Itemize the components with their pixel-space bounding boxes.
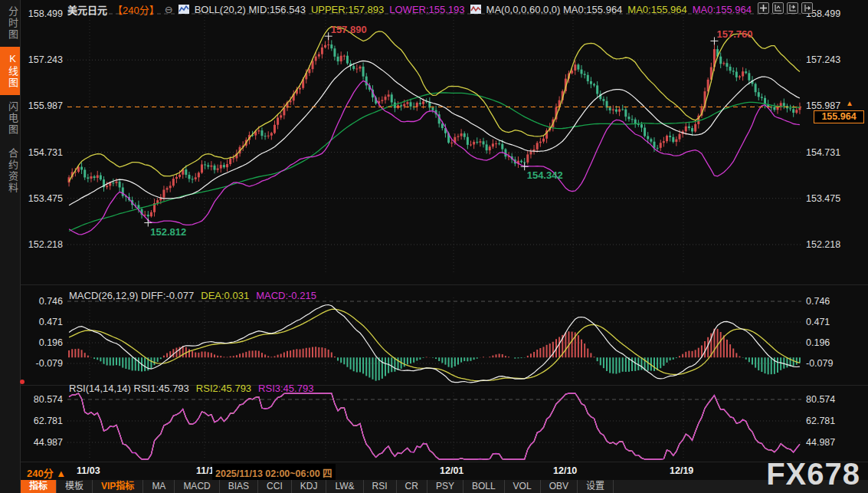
axis-label-left: 0.471 (18, 317, 63, 327)
chart-canvas[interactable] (0, 0, 868, 493)
rsi3-value: RSI3:45.793 (258, 383, 313, 394)
boll-indicator-icon[interactable] (179, 5, 189, 14)
fx678-watermark: FX678 (766, 457, 860, 491)
rsi1-line (69, 393, 800, 459)
axis-label-right: 0.196 (806, 337, 860, 348)
toolbar-item-模板[interactable]: 模板 (57, 480, 93, 493)
crosshair-icon[interactable] (758, 2, 769, 14)
time-label: 12/10 (553, 465, 577, 476)
low-price-annotation: 152.812 (150, 226, 186, 238)
toolbar-item-MA[interactable]: MA (143, 480, 175, 493)
period-label[interactable]: 【240分】 (113, 2, 159, 17)
time-label: 12/19 (670, 465, 693, 476)
axis-label-right: 154.731 (806, 147, 860, 158)
toolbar-item-PSY[interactable]: PSY (427, 480, 463, 493)
axis-label-right: 44.987 (806, 437, 860, 448)
boll-mid-line (69, 61, 800, 205)
boll-values: BOLL(20,2) MID:156.543 (195, 4, 306, 15)
macd-value: MACD:-0.215 (256, 290, 316, 301)
axis-label-right: 62.781 (806, 416, 860, 426)
time-axis: 240分 ▲ 2025/11/13 02:00~06:00 四 11/0311/… (21, 462, 868, 480)
macd-pane-header: MACD(26,12,9) DIFF:-0.077 DEA:0.031 MACD… (69, 290, 316, 301)
axis-label-left: 155.987 (18, 100, 63, 111)
axis-label-right: 0.471 (806, 317, 860, 327)
toolbar-item-BIAS[interactable]: BIAS (220, 480, 258, 493)
rsi3-line (69, 393, 800, 459)
axis-label-right: 153.475 (806, 193, 860, 204)
axis-label-left: 158.499 (18, 8, 63, 19)
rsi1-value: RSI(14,14,14) RSI1:45.793 (69, 383, 189, 394)
axis-scale-icon[interactable] (772, 2, 784, 14)
axis-label-right: 157.243 (806, 54, 860, 65)
latest-price-marker-icon: ▲ (846, 100, 853, 107)
macd-dea-value: DEA:0.031 (201, 290, 249, 301)
toolbar-item-CCI[interactable]: CCI (258, 480, 292, 493)
symbol-title: 美元日元 (67, 2, 107, 17)
extreme-markers (144, 32, 718, 226)
time-label: 11/03 (77, 465, 100, 476)
toolbar-item-KDJ[interactable]: KDJ (292, 480, 327, 493)
axis-label-left: 154.731 (18, 147, 63, 158)
axis-label-right: 152.218 (806, 239, 860, 250)
ma-values: MA(0,0,0,60,0,0) MA0:155.964 (486, 4, 623, 15)
indicator-toolbar: 指标模板VIP指标MAMACDBIASCCIKDJLW&RSICRPSYBOLL… (21, 480, 868, 493)
high-price-annotation: 157.760 (716, 28, 752, 40)
axis-label-left: 152.218 (18, 239, 63, 250)
chart-tools (758, 2, 813, 14)
red-dot-marker[interactable] (20, 380, 25, 384)
time-label: 12/01 (440, 465, 463, 476)
axis-label-left: 157.243 (18, 54, 63, 65)
ma-indicator-icon[interactable] (470, 5, 481, 14)
toolbar-item-OBV[interactable]: OBV (541, 480, 578, 493)
chart-app: 分时图 K线图 闪电图 合约资料 美元日元 【240分】 ⊖ BOLL(20,2… (0, 0, 868, 493)
toolbar-item-RSI[interactable]: RSI (364, 480, 397, 493)
ma60-line (69, 93, 800, 232)
ma3-value: MA0:155.964 (693, 4, 752, 15)
rsi-pane-header: RSI(14,14,14) RSI1:45.793 RSI2:45.793 RS… (69, 383, 313, 394)
pane-expand-icon[interactable] (787, 2, 798, 14)
toolbar-item-VIP指标[interactable]: VIP指标 (93, 480, 143, 493)
axis-label-left: 0.746 (18, 296, 63, 307)
shift-right-icon[interactable] (801, 2, 813, 14)
toolbar-item-设置[interactable]: 设置 (578, 480, 614, 493)
boll-upper-value: UPPER:157.893 (311, 4, 384, 15)
macd-histogram (69, 329, 800, 381)
last-price-tag: 155.964 (814, 110, 864, 123)
axis-label-left: -0.079 (18, 358, 63, 369)
axis-label-right: 80.574 (806, 394, 860, 405)
toolbar-item-MACD[interactable]: MACD (175, 480, 219, 493)
axis-label-right: 158.499 (806, 8, 860, 19)
ma2-value: MA0:155.964 (627, 4, 686, 15)
axis-label-left: 62.781 (18, 416, 63, 426)
axis-label-left: 153.475 (18, 193, 63, 204)
period-selector[interactable]: 240分 ▲ (27, 465, 66, 480)
rsi2-line (69, 393, 800, 459)
axis-label-right: 0.746 (806, 296, 860, 307)
candlesticks (68, 36, 801, 222)
macd-diff-value: MACD(26,12,9) DIFF:-0.077 (69, 290, 194, 301)
collapse-icon[interactable]: ⊖ (165, 4, 173, 15)
cursor-date-tooltip: 2025/11/13 02:00~06:00 四 (212, 464, 336, 481)
low-price-annotation: 154.342 (527, 169, 563, 181)
boll-lower-value: LOWER:155.193 (389, 4, 464, 15)
axis-label-left: 0.196 (18, 337, 63, 348)
toolbar-item-BOLL[interactable]: BOLL (463, 480, 505, 493)
axis-label-right: -0.079 (806, 358, 860, 369)
axis-label-left: 44.987 (18, 437, 63, 448)
rsi2-value: RSI2:45.793 (196, 383, 251, 394)
toolbar-item-VOL[interactable]: VOL (505, 480, 541, 493)
high-price-annotation: 157.890 (331, 24, 367, 35)
toolbar-item-CR[interactable]: CR (397, 480, 427, 493)
toolbar-item-指标[interactable]: 指标 (21, 480, 57, 493)
chart-header: 美元日元 【240分】 ⊖ BOLL(20,2) MID:156.543 UPP… (67, 2, 752, 17)
axis-label-left: 80.574 (18, 394, 63, 405)
macd-dea-line (69, 309, 800, 380)
toolbar-item-LW&[interactable]: LW& (326, 480, 363, 493)
